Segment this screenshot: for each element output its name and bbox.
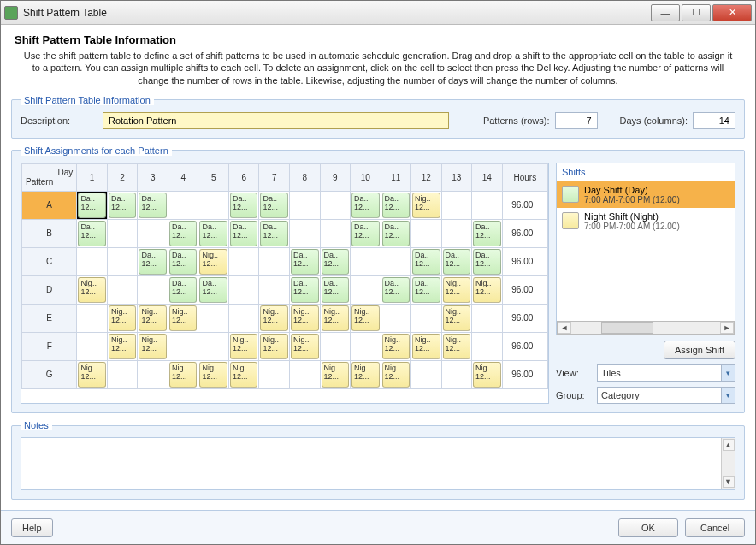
grid-cell[interactable] — [228, 304, 259, 332]
day-shift-chip[interactable]: Da..12... — [169, 249, 198, 275]
titlebar[interactable]: Shift Pattern Table — ☐ ✕ — [1, 1, 755, 25]
grid-cell[interactable]: Da..12... — [441, 247, 472, 275]
cancel-button[interactable]: Cancel — [685, 518, 745, 537]
grid-cell[interactable]: Nig..12... — [198, 247, 229, 275]
night-shift-chip[interactable]: Nig..12... — [473, 277, 501, 303]
grid-cell[interactable]: Da..12... — [289, 247, 320, 275]
pattern-label[interactable]: E — [22, 304, 77, 332]
grid-cell[interactable]: Da..12... — [168, 247, 198, 275]
grid-cell[interactable] — [411, 219, 442, 247]
day-shift-chip[interactable]: Da..12... — [169, 221, 198, 246]
pattern-label[interactable]: B — [22, 219, 77, 247]
grid-cell[interactable]: Nig..12... — [259, 304, 290, 332]
scroll-down-icon[interactable]: ▼ — [723, 476, 735, 488]
day-header[interactable]: 11 — [381, 163, 411, 191]
grid-cell[interactable]: Da..12... — [320, 275, 351, 304]
pattern-label[interactable]: C — [22, 247, 77, 275]
grid-cell[interactable] — [138, 360, 168, 388]
grid-cell[interactable] — [472, 332, 503, 360]
grid-cell[interactable] — [351, 332, 381, 360]
grid-cell[interactable] — [77, 332, 108, 360]
night-shift-chip[interactable]: Nig..12... — [78, 362, 106, 388]
grid-cell[interactable]: Da..12... — [138, 191, 168, 219]
grid-cell[interactable]: Da..12... — [381, 275, 411, 304]
grid-cell[interactable] — [441, 191, 472, 219]
grid-cell[interactable]: Nig..12... — [168, 360, 198, 388]
grid-cell[interactable]: Da..12... — [320, 247, 351, 275]
pattern-label[interactable]: D — [22, 275, 77, 304]
night-shift-chip[interactable]: Nig..12... — [351, 362, 380, 388]
day-header[interactable]: 10 — [351, 163, 381, 191]
grid-cell[interactable] — [441, 360, 472, 388]
grid-cell[interactable] — [381, 247, 411, 275]
day-header[interactable]: 5 — [198, 163, 229, 191]
grid-cell[interactable] — [320, 219, 351, 247]
grid-cell[interactable] — [411, 304, 442, 332]
pattern-label[interactable]: A — [22, 191, 77, 219]
scroll-left-icon[interactable]: ◄ — [558, 322, 571, 334]
scroll-right-icon[interactable]: ► — [720, 322, 734, 334]
grid-cell[interactable] — [259, 247, 290, 275]
day-header[interactable]: 9 — [320, 163, 351, 191]
grid-cell[interactable]: Nig..12... — [320, 360, 351, 388]
grid-cell[interactable] — [138, 219, 168, 247]
night-shift-chip[interactable]: Nig..12... — [78, 277, 106, 303]
grid-cell[interactable]: Nig..12... — [228, 332, 259, 360]
night-shift-chip[interactable]: Nig..12... — [473, 362, 501, 388]
grid-cell[interactable]: Da..12... — [351, 219, 381, 247]
grid-cell[interactable] — [259, 275, 290, 304]
grid-cell[interactable] — [138, 275, 168, 304]
night-shift-chip[interactable]: Nig..12... — [291, 334, 319, 359]
day-shift-chip[interactable]: Da..12... — [322, 249, 350, 275]
grid-cell[interactable] — [472, 191, 503, 219]
grid-cell[interactable]: Da..12... — [138, 247, 168, 275]
night-shift-chip[interactable]: Nig..12... — [230, 334, 258, 359]
grid-cell[interactable]: Nig..12... — [228, 360, 259, 388]
grid-cell[interactable]: Nig..12... — [77, 360, 108, 388]
grid-cell[interactable] — [351, 275, 381, 304]
group-combo[interactable]: Category ▾ — [597, 387, 735, 404]
close-button[interactable]: ✕ — [712, 4, 752, 21]
grid-cell[interactable] — [198, 191, 229, 219]
grid-cell[interactable] — [77, 247, 108, 275]
grid-cell[interactable]: Nig..12... — [351, 360, 381, 388]
grid-cell[interactable] — [107, 275, 138, 304]
grid-cell[interactable] — [289, 360, 320, 388]
scroll-up-icon[interactable]: ▲ — [723, 439, 735, 451]
night-shift-chip[interactable]: Nig..12... — [139, 305, 167, 331]
day-shift-chip[interactable]: Da..12... — [473, 249, 501, 275]
maximize-button[interactable]: ☐ — [682, 4, 711, 21]
grid-cell[interactable] — [107, 219, 138, 247]
grid-cell[interactable] — [77, 304, 108, 332]
notes-scrollbar[interactable]: ▲ ▼ — [721, 438, 735, 489]
night-shift-chip[interactable]: Nig..12... — [322, 305, 350, 331]
grid-cell[interactable]: Nig..12... — [320, 304, 351, 332]
grid-cell[interactable]: Nig..12... — [77, 275, 108, 304]
day-shift-chip[interactable]: Da..12... — [443, 249, 471, 275]
night-shift-chip[interactable]: Nig..12... — [382, 334, 410, 359]
grid-cell[interactable]: Nig..12... — [107, 332, 138, 360]
grid-cell[interactable]: Nig..12... — [289, 304, 320, 332]
night-shift-chip[interactable]: Nig..12... — [412, 334, 440, 359]
day-shift-chip[interactable]: Da..12... — [199, 221, 227, 246]
shift-item[interactable]: Night Shift (Night)7:00 PM-7:00 AM (12.0… — [557, 208, 735, 234]
grid-cell[interactable] — [228, 275, 259, 304]
day-shift-chip[interactable]: Da..12... — [412, 249, 440, 275]
grid-cell[interactable] — [381, 304, 411, 332]
pattern-label[interactable]: F — [22, 332, 77, 360]
grid-cell[interactable] — [289, 219, 320, 247]
day-header[interactable]: 8 — [289, 163, 320, 191]
grid-cell[interactable]: Nig..12... — [138, 332, 168, 360]
night-shift-chip[interactable]: Nig..12... — [199, 249, 227, 275]
day-shift-chip[interactable]: Da..12... — [139, 249, 167, 275]
grid-cell[interactable]: Da..12... — [472, 247, 503, 275]
grid-cell[interactable]: Da..12... — [351, 191, 381, 219]
grid-cell[interactable] — [472, 304, 503, 332]
grid-cell[interactable]: Nig..12... — [441, 275, 472, 304]
grid-cell[interactable]: Da..12... — [472, 219, 503, 247]
help-button[interactable]: Help — [11, 518, 53, 537]
grid-cell[interactable] — [411, 360, 442, 388]
grid-cell[interactable]: Nig..12... — [138, 304, 168, 332]
description-input[interactable] — [103, 112, 449, 129]
grid-cell[interactable]: Da..12... — [381, 191, 411, 219]
